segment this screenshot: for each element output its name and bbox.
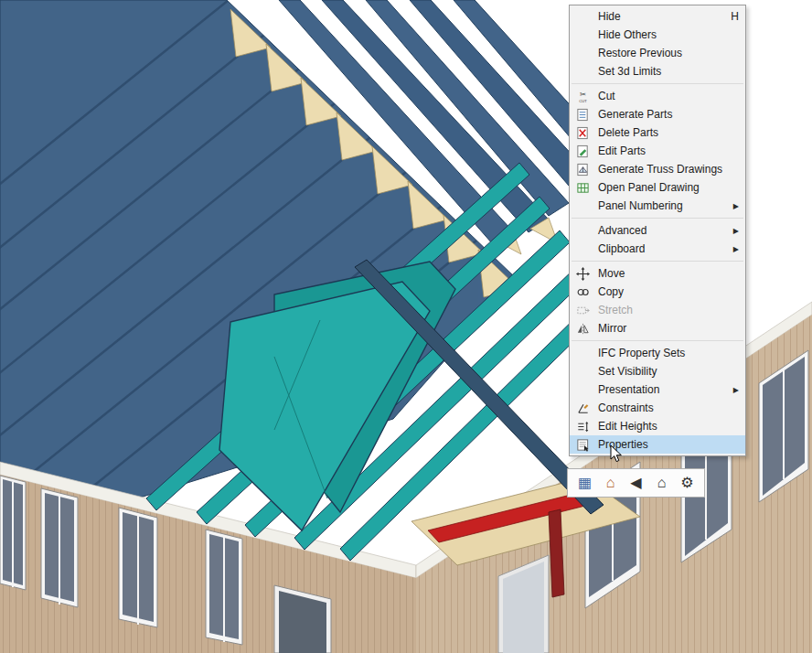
icon-placeholder xyxy=(573,198,592,213)
menu-item-mirror[interactable]: Mirror xyxy=(570,319,745,337)
menu-item-restore-previous[interactable]: Restore Previous xyxy=(570,44,745,62)
menu-item-presentation[interactable]: Presentation xyxy=(570,380,745,399)
icon-placeholder xyxy=(573,9,592,24)
menu-item-hide[interactable]: Hide H xyxy=(570,7,745,26)
menu-label: Advanced xyxy=(598,224,646,237)
edit-parts-icon xyxy=(573,144,592,158)
menu-item-open-panel-drawing[interactable]: Open Panel Drawing xyxy=(570,178,745,197)
menu-label: Move xyxy=(598,267,625,280)
menu-item-delete-parts[interactable]: Delete Parts xyxy=(570,123,745,142)
menu-item-generate-parts[interactable]: Generate Parts xyxy=(570,105,745,123)
menu-item-move[interactable]: Move xyxy=(570,264,745,283)
submenu-arrow-icon xyxy=(733,227,739,235)
move-icon xyxy=(573,266,592,281)
menu-item-set-visibility[interactable]: Set Visibility xyxy=(570,362,745,380)
copy-icon xyxy=(573,284,592,299)
generate-parts-icon xyxy=(573,107,592,122)
menu-item-hide-others[interactable]: Hide Others xyxy=(570,26,745,44)
menu-label: Presentation xyxy=(598,383,659,396)
menu-label: Edit Heights xyxy=(598,420,657,433)
open-panel-drawing-icon xyxy=(573,180,592,195)
mirror-icon xyxy=(573,321,592,336)
home-view-icon[interactable]: ⌂ xyxy=(651,472,672,494)
menu-item-edit-heights[interactable]: Edit Heights xyxy=(570,417,745,435)
menu-separator xyxy=(572,340,743,341)
menu-item-edit-parts[interactable]: Edit Parts xyxy=(570,142,745,160)
menu-label: Cut xyxy=(598,90,615,102)
submenu-arrow-icon xyxy=(733,386,739,394)
icon-placeholder xyxy=(573,27,592,42)
menu-shortcut: H xyxy=(731,10,739,23)
menu-label: Set 3d Limits xyxy=(598,65,661,78)
roof-tool-icon[interactable]: ⌂ xyxy=(600,472,621,494)
menu-item-ifc-property-sets[interactable]: IFC Property Sets xyxy=(570,344,745,362)
menu-label: Delete Parts xyxy=(598,126,658,139)
menu-item-panel-numbering[interactable]: Panel Numbering xyxy=(570,197,745,215)
menu-item-properties[interactable]: Properties xyxy=(570,435,745,454)
menu-label: IFC Property Sets xyxy=(598,347,685,359)
menu-item-copy[interactable]: Copy xyxy=(570,283,745,301)
edit-heights-icon xyxy=(573,419,592,434)
menu-label: Copy xyxy=(598,285,624,298)
icon-placeholder xyxy=(573,382,592,397)
cut-icon: ✂CUT xyxy=(573,89,592,103)
app-window: Hide H Hide Others Restore Previous Set … xyxy=(0,0,812,653)
icon-placeholder xyxy=(573,346,592,360)
menu-label: Generate Truss Drawings xyxy=(598,163,722,176)
menu-item-stretch: Stretch xyxy=(570,301,745,319)
menu-label: Constraints xyxy=(598,401,654,414)
menu-label: Mirror xyxy=(598,322,626,335)
menu-label: Set Visibility xyxy=(598,365,657,378)
icon-placeholder xyxy=(573,46,592,60)
menu-label: Open Panel Drawing xyxy=(598,181,700,194)
mini-toolbar: ▦ ⌂ ◀ ⌂ ⚙ xyxy=(567,468,705,498)
submenu-arrow-icon xyxy=(733,202,739,210)
menu-separator xyxy=(572,83,743,84)
icon-placeholder xyxy=(573,364,592,379)
menu-label: Hide Others xyxy=(598,28,657,41)
menu-label: Properties xyxy=(598,438,648,451)
menu-label: Hide xyxy=(598,10,621,23)
menu-label: Stretch xyxy=(598,304,633,316)
menu-label: Panel Numbering xyxy=(598,199,683,212)
svg-text:✂: ✂ xyxy=(579,90,585,99)
menu-item-constraints[interactable]: Constraints xyxy=(570,399,745,417)
svg-text:CUT: CUT xyxy=(579,99,587,103)
gear-icon[interactable]: ⚙ xyxy=(677,472,698,494)
panel-grid-icon[interactable]: ▦ xyxy=(574,472,595,494)
menu-label: Edit Parts xyxy=(598,145,646,157)
properties-icon xyxy=(573,437,592,452)
submenu-arrow-icon xyxy=(733,245,739,253)
icon-placeholder xyxy=(573,64,592,79)
icon-placeholder xyxy=(573,223,592,238)
menu-item-set-3d-limits[interactable]: Set 3d Limits xyxy=(570,62,745,80)
context-menu: Hide H Hide Others Restore Previous Set … xyxy=(569,5,746,456)
menu-item-generate-truss-drawings[interactable]: Generate Truss Drawings xyxy=(570,160,745,178)
section-marker-icon[interactable]: ◀ xyxy=(625,472,646,494)
icon-placeholder xyxy=(573,241,592,256)
menu-label: Clipboard xyxy=(598,242,645,255)
menu-item-advanced[interactable]: Advanced xyxy=(570,221,745,240)
delete-parts-icon xyxy=(573,125,592,140)
menu-label: Restore Previous xyxy=(598,47,682,59)
menu-item-clipboard[interactable]: Clipboard xyxy=(570,240,745,258)
menu-separator xyxy=(572,261,743,262)
generate-truss-drawings-icon xyxy=(573,162,592,177)
menu-item-cut[interactable]: ✂CUT Cut xyxy=(570,87,745,105)
constraints-icon xyxy=(573,401,592,415)
menu-label: Generate Parts xyxy=(598,108,672,121)
menu-separator xyxy=(572,218,743,219)
stretch-icon xyxy=(573,303,592,317)
